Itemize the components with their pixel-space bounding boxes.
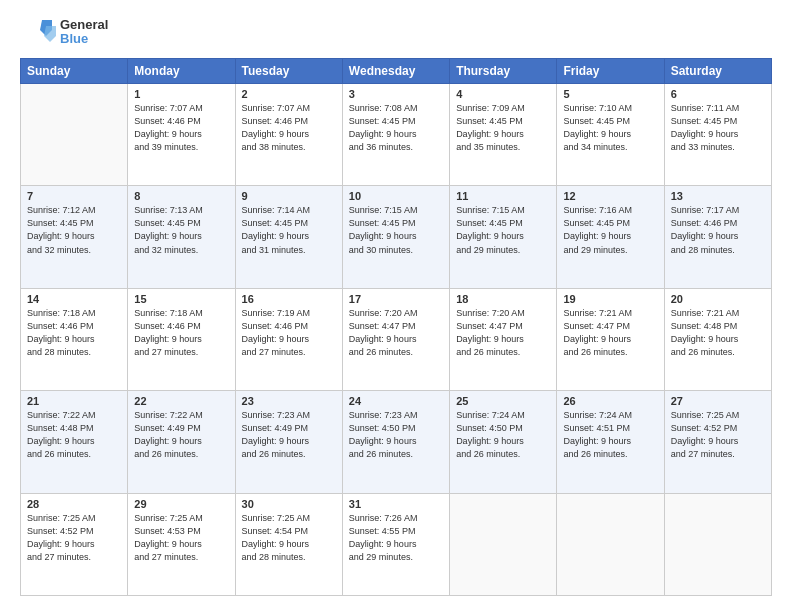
day-info: Sunrise: 7:16 AM Sunset: 4:45 PM Dayligh…: [563, 204, 657, 256]
day-info: Sunrise: 7:21 AM Sunset: 4:47 PM Dayligh…: [563, 307, 657, 359]
calendar-table: SundayMondayTuesdayWednesdayThursdayFrid…: [20, 58, 772, 596]
day-info: Sunrise: 7:08 AM Sunset: 4:45 PM Dayligh…: [349, 102, 443, 154]
cell-week2-day4: 11Sunrise: 7:15 AM Sunset: 4:45 PM Dayli…: [450, 186, 557, 288]
cell-week4-day0: 21Sunrise: 7:22 AM Sunset: 4:48 PM Dayli…: [21, 391, 128, 493]
day-number: 9: [242, 190, 336, 202]
cell-week3-day2: 16Sunrise: 7:19 AM Sunset: 4:46 PM Dayli…: [235, 288, 342, 390]
day-number: 13: [671, 190, 765, 202]
day-info: Sunrise: 7:20 AM Sunset: 4:47 PM Dayligh…: [456, 307, 550, 359]
day-number: 18: [456, 293, 550, 305]
cell-week2-day3: 10Sunrise: 7:15 AM Sunset: 4:45 PM Dayli…: [342, 186, 449, 288]
page: General Blue SundayMondayTuesdayWednesda…: [0, 0, 792, 612]
day-number: 26: [563, 395, 657, 407]
week-row-5: 28Sunrise: 7:25 AM Sunset: 4:52 PM Dayli…: [21, 493, 772, 595]
cell-week3-day6: 20Sunrise: 7:21 AM Sunset: 4:48 PM Dayli…: [664, 288, 771, 390]
day-number: 2: [242, 88, 336, 100]
header: General Blue: [20, 16, 772, 48]
day-number: 16: [242, 293, 336, 305]
cell-week2-day6: 13Sunrise: 7:17 AM Sunset: 4:46 PM Dayli…: [664, 186, 771, 288]
logo: General Blue: [20, 16, 108, 48]
cell-week4-day3: 24Sunrise: 7:23 AM Sunset: 4:50 PM Dayli…: [342, 391, 449, 493]
day-number: 10: [349, 190, 443, 202]
day-info: Sunrise: 7:14 AM Sunset: 4:45 PM Dayligh…: [242, 204, 336, 256]
cell-week2-day1: 8Sunrise: 7:13 AM Sunset: 4:45 PM Daylig…: [128, 186, 235, 288]
header-saturday: Saturday: [664, 59, 771, 84]
day-number: 29: [134, 498, 228, 510]
day-number: 8: [134, 190, 228, 202]
day-number: 22: [134, 395, 228, 407]
cell-week1-day5: 5Sunrise: 7:10 AM Sunset: 4:45 PM Daylig…: [557, 84, 664, 186]
day-info: Sunrise: 7:17 AM Sunset: 4:46 PM Dayligh…: [671, 204, 765, 256]
day-info: Sunrise: 7:22 AM Sunset: 4:49 PM Dayligh…: [134, 409, 228, 461]
week-row-3: 14Sunrise: 7:18 AM Sunset: 4:46 PM Dayli…: [21, 288, 772, 390]
day-info: Sunrise: 7:21 AM Sunset: 4:48 PM Dayligh…: [671, 307, 765, 359]
cell-week4-day5: 26Sunrise: 7:24 AM Sunset: 4:51 PM Dayli…: [557, 391, 664, 493]
cell-week5-day5: [557, 493, 664, 595]
day-number: 25: [456, 395, 550, 407]
day-number: 7: [27, 190, 121, 202]
header-wednesday: Wednesday: [342, 59, 449, 84]
header-tuesday: Tuesday: [235, 59, 342, 84]
day-number: 6: [671, 88, 765, 100]
cell-week1-day0: [21, 84, 128, 186]
day-info: Sunrise: 7:23 AM Sunset: 4:50 PM Dayligh…: [349, 409, 443, 461]
header-thursday: Thursday: [450, 59, 557, 84]
day-number: 11: [456, 190, 550, 202]
cell-week5-day4: [450, 493, 557, 595]
day-info: Sunrise: 7:12 AM Sunset: 4:45 PM Dayligh…: [27, 204, 121, 256]
day-info: Sunrise: 7:18 AM Sunset: 4:46 PM Dayligh…: [27, 307, 121, 359]
day-number: 20: [671, 293, 765, 305]
day-info: Sunrise: 7:20 AM Sunset: 4:47 PM Dayligh…: [349, 307, 443, 359]
day-info: Sunrise: 7:10 AM Sunset: 4:45 PM Dayligh…: [563, 102, 657, 154]
day-info: Sunrise: 7:18 AM Sunset: 4:46 PM Dayligh…: [134, 307, 228, 359]
day-number: 14: [27, 293, 121, 305]
day-number: 30: [242, 498, 336, 510]
cell-week3-day4: 18Sunrise: 7:20 AM Sunset: 4:47 PM Dayli…: [450, 288, 557, 390]
day-info: Sunrise: 7:15 AM Sunset: 4:45 PM Dayligh…: [349, 204, 443, 256]
day-number: 28: [27, 498, 121, 510]
day-info: Sunrise: 7:25 AM Sunset: 4:52 PM Dayligh…: [671, 409, 765, 461]
day-number: 12: [563, 190, 657, 202]
cell-week4-day6: 27Sunrise: 7:25 AM Sunset: 4:52 PM Dayli…: [664, 391, 771, 493]
day-info: Sunrise: 7:24 AM Sunset: 4:50 PM Dayligh…: [456, 409, 550, 461]
logo-blue: Blue: [60, 32, 108, 46]
cell-week5-day6: [664, 493, 771, 595]
logo-icon: [20, 16, 56, 48]
cell-week5-day2: 30Sunrise: 7:25 AM Sunset: 4:54 PM Dayli…: [235, 493, 342, 595]
day-info: Sunrise: 7:07 AM Sunset: 4:46 PM Dayligh…: [134, 102, 228, 154]
day-number: 15: [134, 293, 228, 305]
day-number: 27: [671, 395, 765, 407]
cell-week2-day2: 9Sunrise: 7:14 AM Sunset: 4:45 PM Daylig…: [235, 186, 342, 288]
day-number: 21: [27, 395, 121, 407]
header-monday: Monday: [128, 59, 235, 84]
day-number: 24: [349, 395, 443, 407]
day-info: Sunrise: 7:09 AM Sunset: 4:45 PM Dayligh…: [456, 102, 550, 154]
day-number: 23: [242, 395, 336, 407]
day-info: Sunrise: 7:25 AM Sunset: 4:53 PM Dayligh…: [134, 512, 228, 564]
week-row-2: 7Sunrise: 7:12 AM Sunset: 4:45 PM Daylig…: [21, 186, 772, 288]
day-number: 17: [349, 293, 443, 305]
cell-week5-day3: 31Sunrise: 7:26 AM Sunset: 4:55 PM Dayli…: [342, 493, 449, 595]
day-number: 1: [134, 88, 228, 100]
cell-week2-day5: 12Sunrise: 7:16 AM Sunset: 4:45 PM Dayli…: [557, 186, 664, 288]
day-info: Sunrise: 7:15 AM Sunset: 4:45 PM Dayligh…: [456, 204, 550, 256]
calendar-header-row: SundayMondayTuesdayWednesdayThursdayFrid…: [21, 59, 772, 84]
cell-week3-day1: 15Sunrise: 7:18 AM Sunset: 4:46 PM Dayli…: [128, 288, 235, 390]
day-number: 31: [349, 498, 443, 510]
day-number: 5: [563, 88, 657, 100]
cell-week4-day2: 23Sunrise: 7:23 AM Sunset: 4:49 PM Dayli…: [235, 391, 342, 493]
cell-week1-day2: 2Sunrise: 7:07 AM Sunset: 4:46 PM Daylig…: [235, 84, 342, 186]
day-number: 3: [349, 88, 443, 100]
day-info: Sunrise: 7:24 AM Sunset: 4:51 PM Dayligh…: [563, 409, 657, 461]
header-sunday: Sunday: [21, 59, 128, 84]
header-friday: Friday: [557, 59, 664, 84]
day-info: Sunrise: 7:25 AM Sunset: 4:54 PM Dayligh…: [242, 512, 336, 564]
cell-week5-day1: 29Sunrise: 7:25 AM Sunset: 4:53 PM Dayli…: [128, 493, 235, 595]
cell-week1-day6: 6Sunrise: 7:11 AM Sunset: 4:45 PM Daylig…: [664, 84, 771, 186]
day-info: Sunrise: 7:25 AM Sunset: 4:52 PM Dayligh…: [27, 512, 121, 564]
logo-general: General: [60, 18, 108, 32]
day-info: Sunrise: 7:07 AM Sunset: 4:46 PM Dayligh…: [242, 102, 336, 154]
day-info: Sunrise: 7:22 AM Sunset: 4:48 PM Dayligh…: [27, 409, 121, 461]
week-row-4: 21Sunrise: 7:22 AM Sunset: 4:48 PM Dayli…: [21, 391, 772, 493]
day-number: 4: [456, 88, 550, 100]
